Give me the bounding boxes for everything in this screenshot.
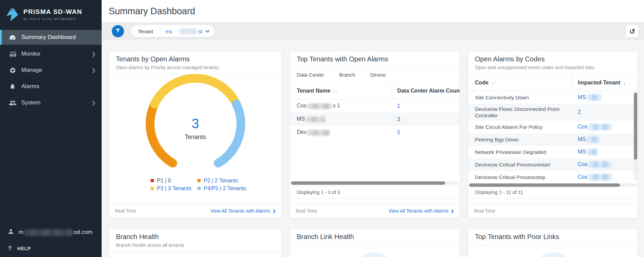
reset-filters-button[interactable]: ↺ <box>626 25 639 38</box>
tab-device[interactable]: Device <box>370 72 386 78</box>
sidebar-item-label: Alarms <box>21 83 96 90</box>
tenant-type-tabs: Data CenterBranchDevice <box>290 67 460 83</box>
alarm-code-cell: Site Connectivity Down <box>468 94 573 101</box>
donut-segment-p2[interactable] <box>150 104 172 163</box>
alarm-code-cell: Devicesw Flows Disconnected From Control… <box>468 106 573 119</box>
table-header: Tenant Name ↓↑ Data Center Alarm Count <box>290 83 460 99</box>
table-row: Devicesw Critical ProcessstopCos <box>468 171 638 183</box>
legend-item-p2[interactable]: P2 | 2 Tenants <box>197 177 276 184</box>
alarm-count-link[interactable]: 1 <box>397 103 400 109</box>
branch-link-health-chart <box>290 245 460 257</box>
vertical-scrollbar[interactable] <box>634 92 637 180</box>
horizontal-scrollbar[interactable] <box>469 183 637 187</box>
sidebar-item-label: Monitor <box>21 51 92 57</box>
impacted-tenant-link[interactable]: MS <box>578 149 598 155</box>
tenant-filter-chip[interactable]: Tenant msst <box>131 25 214 37</box>
alarm-count-cell: 1 <box>392 103 460 109</box>
redacted-text <box>306 117 325 122</box>
column-dc-alarm-count[interactable]: Data Center Alarm Count <box>392 83 460 99</box>
impacted-tenant-link[interactable]: Cos <box>578 124 612 130</box>
tenant-name-cell: Dev <box>290 129 392 135</box>
redacted-text <box>588 174 611 180</box>
redacted-text <box>587 149 597 155</box>
column-code[interactable]: Code ↓↑ <box>468 75 573 91</box>
donut-segment-p3[interactable] <box>154 78 236 104</box>
card-subtitle: Open and unsuppressed event codes and im… <box>475 65 631 70</box>
user-account[interactable]: mod.com <box>7 228 102 237</box>
bell-icon <box>8 83 17 90</box>
view-all-tenants-link[interactable]: View All Tenants with Alarms ❯ <box>210 208 276 214</box>
sidebar-item-manage[interactable]: Manage❯ <box>0 62 102 78</box>
chip-label: Tenant <box>131 28 160 34</box>
alarm-count-link[interactable]: 3 <box>397 116 400 122</box>
help-link[interactable]: ? HELP <box>7 245 102 252</box>
impacted-tenant-link[interactable]: Cos <box>578 174 612 180</box>
impacted-tenant-cell: MS <box>573 149 638 155</box>
alarm-code-cell: Devicesw Critical Processstop <box>468 174 573 180</box>
sidebar-item-label: Summary Dashboard <box>21 34 96 41</box>
legend-label: P3 | 3 Tenants <box>157 185 191 191</box>
redacted-text <box>24 229 72 236</box>
card-title: Branch Health <box>116 233 275 241</box>
scrollbar-thumb[interactable] <box>634 93 637 160</box>
horizontal-scrollbar[interactable] <box>291 181 459 185</box>
redacted-text <box>588 124 611 130</box>
dashboard-content: Tenants by Open Alarms Open Alarms by Pr… <box>102 40 644 257</box>
donut-arc-partial <box>355 252 395 257</box>
table-body: Coss 11MS3Dev5 <box>290 99 460 186</box>
sidebar: PRISMA SD-WAN BY PALO ALTO NETWORKS Summ… <box>0 0 102 257</box>
impacted-tenant-link[interactable]: Cos <box>578 161 612 167</box>
table-header: Code ↓↑ Impacted Tenant ↓ <box>468 75 638 91</box>
table-row: MS3 <box>290 113 460 126</box>
chevron-down-icon <box>206 30 209 33</box>
scrollbar-thumb[interactable] <box>469 183 620 187</box>
donut-segment-p4-p5[interactable] <box>218 104 241 163</box>
table-row: Dev5 <box>290 126 460 139</box>
person-icon <box>7 228 14 237</box>
impacted-tenant-cell: MS <box>573 94 638 101</box>
undo-icon: ↺ <box>629 28 635 35</box>
impacted-tenant-link[interactable]: MS <box>578 94 602 100</box>
tenants-donut-chart: 3 Tenants <box>109 73 282 174</box>
brand-byline: BY PALO ALTO NETWORKS <box>23 17 82 21</box>
gauge-icon <box>8 34 17 41</box>
tab-branch[interactable]: Branch <box>339 72 355 78</box>
card-title: Tenants by Open Alarms <box>116 55 275 63</box>
sidebar-item-summary-dashboard[interactable]: Summary Dashboard <box>0 30 102 45</box>
help-label: HELP <box>17 246 31 251</box>
prisma-logo-icon <box>5 6 19 24</box>
legend-item-p4-p5[interactable]: P4/P5 | 2 Tenants <box>197 185 276 192</box>
page-header: Summary Dashboard <box>102 0 644 22</box>
redacted-text <box>307 130 330 136</box>
branch-health-chart <box>109 252 282 257</box>
tab-data-center[interactable]: Data Center <box>297 72 324 78</box>
chevron-right-icon: ❯ <box>92 52 96 57</box>
column-impacted-tenant[interactable]: Impacted Tenant ↓ <box>573 75 638 91</box>
card-title: Top Tenants with Poor Links <box>475 233 631 241</box>
sidebar-item-system[interactable]: System❯ <box>0 95 102 111</box>
filter-button[interactable] <box>112 25 124 37</box>
card-subtitle: Open Alarms by Priority across managed t… <box>116 65 275 70</box>
sort-descending-icon: ↓ <box>623 80 626 86</box>
card-title: Branch Link Health <box>297 233 453 241</box>
alarm-count-link[interactable]: 5 <box>397 130 400 135</box>
legend-dot-icon <box>197 186 201 190</box>
brand-name: PRISMA SD-WAN <box>23 8 82 16</box>
app-root: PRISMA SD-WAN BY PALO ALTO NETWORKS Summ… <box>0 0 644 257</box>
impacted-tenant-link[interactable]: 2 <box>578 109 581 115</box>
view-all-tenants-link[interactable]: View All Tenants with Alarms ❯ <box>389 208 454 214</box>
sidebar-item-alarms[interactable]: Alarms <box>0 78 102 95</box>
impacted-tenant-link[interactable]: MS <box>578 136 600 142</box>
column-tenant-name[interactable]: Tenant Name ↓↑ <box>290 83 392 99</box>
impacted-tenant-cell: 2 <box>573 109 638 115</box>
user-email: mod.com <box>19 229 92 236</box>
scrollbar-thumb[interactable] <box>291 181 445 185</box>
sidebar-item-monitor[interactable]: Monitor❯ <box>0 46 102 62</box>
alarm-code-cell: Devicesw Critical Processrestart <box>468 161 573 168</box>
chip-value[interactable]: msst <box>160 28 214 34</box>
page-title: Summary Dashboard <box>109 6 195 17</box>
legend-label: P2 | 2 Tenants <box>204 178 238 183</box>
card-tenants-by-open-alarms: Tenants by Open Alarms Open Alarms by Pr… <box>109 51 282 218</box>
filter-bar: Tenant msst ↺ <box>102 22 644 40</box>
legend-item-p3[interactable]: P3 | 3 Tenants <box>150 185 194 192</box>
